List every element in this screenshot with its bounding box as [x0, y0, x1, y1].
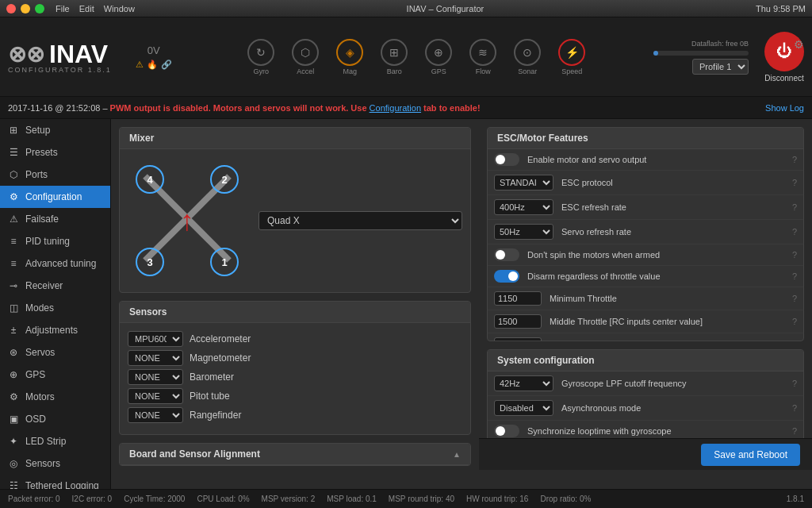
close-button[interactable]: [6, 4, 16, 13]
link-icon: 🔗: [161, 60, 172, 70]
esc-protocol-select[interactable]: STANDAIPWMONESHOT125: [494, 175, 553, 190]
topbar: ⚙ ⊗⊗ INAV CONFIGURATOR 1.8.1 0V ⚠ 🔥 🔗 ↻ …: [0, 17, 812, 97]
sidebar-item-tethered-logging[interactable]: ☷ Tethered Logging: [0, 475, 110, 489]
max-throttle-input[interactable]: [494, 337, 542, 341]
esc-motor-header: ESC/Motor Features: [488, 128, 803, 149]
nav-gps[interactable]: ⊕ GPS: [419, 36, 458, 79]
esc-row-max-throttle: Maximum Throttle ?: [488, 333, 803, 341]
toggle-knob: [496, 426, 505, 436]
nav-gyro[interactable]: ↻ Gyro: [241, 36, 281, 79]
esc-row-mid-throttle: Middle Throttle [RC inputs center value]…: [488, 310, 803, 333]
sidebar-item-advanced-tuning[interactable]: ≡ Advanced tuning: [0, 252, 110, 275]
accelerometer-select[interactable]: MPU600: [128, 331, 183, 347]
menu-bar: File Edit Window: [56, 4, 135, 13]
mid-throttle-input[interactable]: [494, 314, 542, 329]
pitot-label: Pitot tube: [190, 391, 230, 402]
nav-flow[interactable]: ≋ Flow: [463, 36, 503, 79]
collapse-icon[interactable]: ▲: [453, 450, 461, 459]
sidebar-item-sensors[interactable]: ◎ Sensors: [0, 452, 110, 475]
nospin-toggle[interactable]: [494, 248, 519, 261]
nav-speed[interactable]: ⚡ Speed: [552, 36, 592, 79]
sys-row-lpf: 42Hz20Hz10Hz Gyroscope LPF cutoff freque…: [488, 371, 803, 396]
save-reboot-button[interactable]: Save and Reboot: [701, 444, 800, 466]
esc-protocol-help[interactable]: ?: [792, 178, 797, 187]
main-layout: ⊞ Setup ☰ Presets ⬡ Ports ⚙ Configuratio…: [0, 119, 812, 489]
settings-icon[interactable]: ⚙: [794, 38, 804, 51]
barometer-select[interactable]: NONE: [128, 369, 183, 385]
show-log-button[interactable]: Show Log: [765, 103, 804, 113]
mixer-select-area: Quad X Quad + Tri Bicopter: [259, 211, 462, 230]
nav-baro[interactable]: ⊞ Baro: [374, 36, 414, 79]
nospin-help[interactable]: ?: [792, 250, 797, 260]
max-throttle-help[interactable]: ?: [792, 340, 797, 341]
enable-motor-help[interactable]: ?: [792, 155, 797, 164]
sync-looptime-toggle[interactable]: [494, 425, 519, 437]
sync-looptime-help[interactable]: ?: [792, 426, 797, 436]
failsafe-icon: ⚠: [8, 214, 19, 225]
nav-sonar[interactable]: ⊙ Sonar: [508, 36, 547, 79]
gyro-icon: ↻: [247, 39, 274, 66]
save-bar: Save and Reboot: [479, 438, 812, 470]
nav-accel[interactable]: ⬡ Accel: [285, 36, 325, 79]
sidebar-item-adjustments[interactable]: ± Adjustments: [0, 319, 110, 341]
pitot-select[interactable]: NONE: [128, 388, 183, 404]
min-throttle-help[interactable]: ?: [792, 294, 797, 303]
esc-refresh-help[interactable]: ?: [792, 202, 797, 212]
sidebar-item-osd[interactable]: ▣ OSD: [0, 408, 110, 430]
menu-file[interactable]: File: [56, 4, 70, 13]
gyro-lpf-help[interactable]: ?: [792, 379, 797, 388]
battery-icons: ⚠ 🔥 🔗: [136, 60, 172, 70]
receiver-icon: ⊸: [8, 280, 19, 291]
sidebar-item-pid-tuning[interactable]: ≡ PID tuning: [0, 230, 110, 252]
menu-window[interactable]: Window: [104, 4, 135, 13]
esc-motor-section: ESC/Motor Features Enable motor and serv…: [487, 127, 804, 341]
configuration-link[interactable]: Configuration: [370, 103, 421, 113]
enable-motor-toggle[interactable]: [494, 153, 519, 166]
presets-icon: ☰: [8, 147, 19, 158]
gyro-lpf-label: Gyroscope LPF cutoff frequency: [561, 379, 784, 388]
sensor-row-accelerometer: MPU600 Accelerometer: [128, 331, 462, 347]
disconnect-icon: ⏻: [764, 32, 804, 71]
fullscreen-button[interactable]: [35, 4, 44, 13]
esc-protocol-label: ESC protocol: [561, 178, 784, 187]
mixer-type-select[interactable]: Quad X Quad + Tri Bicopter: [259, 211, 462, 230]
menu-edit[interactable]: Edit: [79, 4, 94, 13]
dataflash-info: Dataflash: free 0B: [691, 40, 749, 48]
sidebar-item-ports[interactable]: ⬡ Ports: [0, 164, 110, 186]
warning-highlight: PWM output is disabled. Motors and servo…: [110, 103, 370, 113]
sidebar-item-gps[interactable]: ⊕ GPS: [0, 364, 110, 386]
direction-arrow: ↑: [180, 204, 194, 237]
flame-icon: 🔥: [147, 60, 158, 70]
sidebar-item-failsafe[interactable]: ⚠ Failsafe: [0, 208, 110, 230]
magnetometer-label: Magnetometer: [190, 352, 251, 364]
servo-refresh-select[interactable]: 50Hz100Hz: [494, 224, 553, 240]
gyro-lpf-select[interactable]: 42Hz20Hz10Hz: [494, 375, 553, 391]
min-throttle-input[interactable]: [494, 291, 542, 306]
disarm-help[interactable]: ?: [792, 271, 797, 281]
async-mode-select[interactable]: DisabledEnabled: [494, 400, 553, 416]
sidebar-item-presets[interactable]: ☰ Presets: [0, 141, 110, 164]
rangefinder-select[interactable]: NONE: [128, 407, 183, 423]
sidebar-item-servos[interactable]: ⊛ Servos: [0, 341, 110, 364]
sidebar-item-led-strip[interactable]: ✦ LED Strip: [0, 430, 110, 452]
sidebar-item-receiver[interactable]: ⊸ Receiver: [0, 275, 110, 297]
sidebar-item-configuration[interactable]: ⚙ Configuration: [0, 186, 110, 208]
esc-row-refresh: 400Hz200Hz ESC refresh rate ?: [488, 195, 803, 220]
packet-error: Packet error: 0: [8, 495, 60, 503]
profile-select[interactable]: Profile 1 Profile 2 Profile 3: [692, 59, 749, 75]
esc-row-nospin: Don't spin the motors when armed ?: [488, 244, 803, 266]
disarm-toggle[interactable]: [494, 270, 519, 283]
pid-icon: ≡: [8, 236, 19, 247]
magnetometer-select[interactable]: NONE: [128, 350, 183, 366]
sidebar-item-setup[interactable]: ⊞ Setup: [0, 119, 110, 141]
servo-refresh-help[interactable]: ?: [792, 227, 797, 237]
async-mode-help[interactable]: ?: [792, 403, 797, 413]
sidebar-item-motors[interactable]: ⚙ Motors: [0, 386, 110, 408]
cpu-load: CPU Load: 0%: [197, 495, 249, 503]
sidebar-item-modes[interactable]: ◫ Modes: [0, 297, 110, 319]
mid-throttle-help[interactable]: ?: [792, 317, 797, 326]
esc-refresh-select[interactable]: 400Hz200Hz: [494, 199, 553, 215]
minimize-button[interactable]: [21, 4, 30, 13]
motor-4: 4: [136, 165, 164, 194]
nav-mag[interactable]: ◈ Mag: [330, 36, 370, 79]
